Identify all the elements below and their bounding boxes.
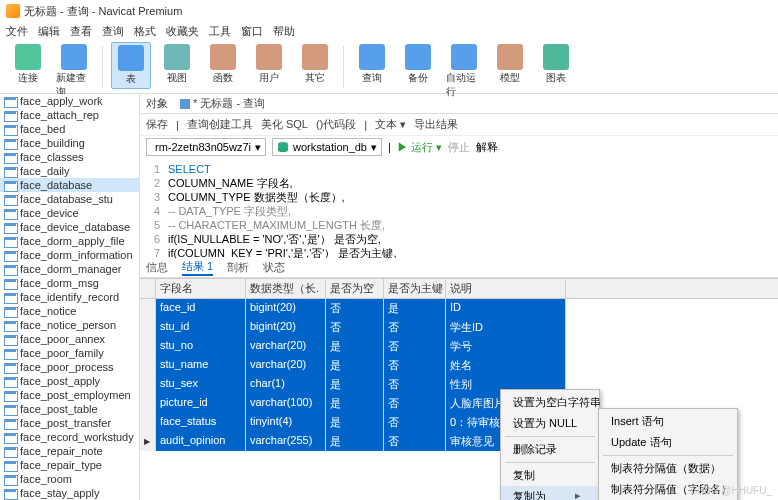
toolbar-用户[interactable]: 用户 (249, 42, 289, 87)
menu-item[interactable]: 制表符分隔值（数据） (599, 458, 737, 479)
menu-item[interactable]: 复制为 (501, 486, 599, 500)
table-row[interactable]: face_idbigint(20)否是ID (140, 299, 778, 318)
menu-查询[interactable]: 查询 (102, 24, 124, 39)
result-tab[interactable]: 剖析 (227, 260, 249, 275)
sidebar-item[interactable]: face_post_transfer (0, 416, 139, 430)
result-tab[interactable]: 信息 (146, 260, 168, 275)
table-icon (4, 222, 17, 233)
table-icon (4, 236, 17, 247)
toolbar-icon (302, 44, 328, 70)
sidebar-item[interactable]: face_apply_work (0, 94, 139, 108)
connection-bar: rm-2zetn83n05wz7i▾ workstation_db▾ | ▶ 运… (140, 136, 778, 158)
table-row[interactable]: stu_novarchar(20)是否学号 (140, 337, 778, 356)
query-builder-button[interactable]: 查询创建工具 (187, 117, 253, 132)
toolbar-表[interactable]: 表 (111, 42, 151, 89)
sidebar-item[interactable]: face_database (0, 178, 139, 192)
sidebar-item[interactable]: face_dorm_manager (0, 262, 139, 276)
table-row[interactable]: stu_sexchar(1)是否性别 (140, 375, 778, 394)
table-icon (4, 194, 17, 205)
table-icon (4, 432, 17, 443)
sidebar-item[interactable]: face_bed (0, 122, 139, 136)
code-snippet-button[interactable]: ()代码段 (316, 117, 356, 132)
menu-item[interactable]: Insert 语句 (599, 411, 737, 432)
sidebar-item[interactable]: face_record_workstudy (0, 430, 139, 444)
toolbar-icon (543, 44, 569, 70)
toolbar-自动运行[interactable]: 自动运行 (444, 42, 484, 101)
toolbar-icon (210, 44, 236, 70)
sidebar-item[interactable]: face_post_table (0, 402, 139, 416)
table-row[interactable]: stu_idbigint(20)否否学生ID (140, 318, 778, 337)
save-button[interactable]: 保存 (146, 117, 168, 132)
text-button[interactable]: 文本 ▾ (375, 117, 406, 132)
sidebar-item[interactable]: face_repair_type (0, 458, 139, 472)
toolbar-函数[interactable]: 函数 (203, 42, 243, 87)
result-tabs[interactable]: 信息结果 1剖析状态 (140, 258, 778, 278)
table-icon (4, 96, 17, 107)
menu-窗口[interactable]: 窗口 (241, 24, 263, 39)
sidebar-item[interactable]: face_attach_rep (0, 108, 139, 122)
database-select[interactable]: workstation_db▾ (272, 138, 382, 156)
menu-文件[interactable]: 文件 (6, 24, 28, 39)
sidebar-item[interactable]: face_room (0, 472, 139, 486)
menu-item[interactable]: 删除记录 (501, 439, 599, 460)
sidebar-item[interactable]: face_building (0, 136, 139, 150)
menu-item[interactable]: 复制 (501, 465, 599, 486)
sidebar-item[interactable]: face_dorm_apply_file (0, 234, 139, 248)
sidebar-item[interactable]: face_poor_family (0, 346, 139, 360)
context-menu[interactable]: 设置为空白字符串设置为 NULL删除记录复制复制为粘贴显示 (500, 389, 600, 500)
connection-select[interactable]: rm-2zetn83n05wz7i▾ (146, 138, 266, 156)
toolbar-新建查询[interactable]: 新建查询 (54, 42, 94, 101)
sidebar-item[interactable]: face_notice (0, 304, 139, 318)
sidebar-item[interactable]: face_dorm_msg (0, 276, 139, 290)
sidebar-item[interactable]: face_post_employmen (0, 388, 139, 402)
sidebar-item[interactable]: face_stay_apply (0, 486, 139, 500)
sidebar-item[interactable]: face_identify_record (0, 290, 139, 304)
menu-格式[interactable]: 格式 (134, 24, 156, 39)
sidebar-item[interactable]: face_database_stu (0, 192, 139, 206)
toolbar-icon (118, 45, 144, 71)
grid-header: 字段名数据类型（长.是否为空是否为主键说明 (140, 278, 778, 299)
menu-查看[interactable]: 查看 (70, 24, 92, 39)
toolbar-查询[interactable]: 查询 (352, 42, 392, 87)
sidebar-item[interactable]: face_notice_person (0, 318, 139, 332)
menu-item[interactable]: 设置为空白字符串 (501, 392, 599, 413)
sidebar-item[interactable]: face_daily (0, 164, 139, 178)
sidebar-item[interactable]: face_post_apply (0, 374, 139, 388)
run-button[interactable]: ▶ 运行 ▾ (397, 140, 442, 155)
sidebar-item[interactable]: face_device (0, 206, 139, 220)
sidebar-item[interactable]: face_device_database (0, 220, 139, 234)
svg-point-2 (278, 148, 288, 152)
sidebar-item[interactable]: face_classes (0, 150, 139, 164)
table-icon (4, 348, 17, 359)
menu-item[interactable]: 设置为 NULL (501, 413, 599, 434)
sidebar-item[interactable]: face_repair_note (0, 444, 139, 458)
toolbar-视图[interactable]: 视图 (157, 42, 197, 87)
menu-item[interactable]: Update 语句 (599, 432, 737, 453)
beautify-sql-button[interactable]: 美化 SQL (261, 117, 308, 132)
menu-收藏夹[interactable]: 收藏夹 (166, 24, 199, 39)
toolbar-连接[interactable]: 连接 (8, 42, 48, 87)
export-button[interactable]: 导出结果 (414, 117, 458, 132)
table-row[interactable]: stu_namevarchar(20)是否姓名 (140, 356, 778, 375)
toolbar-图表[interactable]: 图表 (536, 42, 576, 87)
toolbar-备份[interactable]: 备份 (398, 42, 438, 87)
menu-帮助[interactable]: 帮助 (273, 24, 295, 39)
sidebar-item[interactable]: face_dorm_information (0, 248, 139, 262)
sidebar-item[interactable]: face_poor_annex (0, 332, 139, 346)
explain-button[interactable]: 解释 (476, 140, 498, 155)
toolbar-其它[interactable]: 其它 (295, 42, 335, 87)
result-tab[interactable]: 状态 (263, 260, 285, 275)
toolbar-icon (405, 44, 431, 70)
editor-tabbar[interactable]: 对象 * 无标题 - 查询 (140, 94, 778, 114)
menu-工具[interactable]: 工具 (209, 24, 231, 39)
query-toolbar[interactable]: 保存| 查询创建工具 美化 SQL ()代码段| 文本 ▾ 导出结果 (140, 114, 778, 136)
sql-editor[interactable]: 1SELECT2 COLUMN_NAME 字段名,3 COLUMN_TYPE 数… (140, 158, 778, 258)
sidebar-table-list[interactable]: face_apply_workface_attach_repface_bedfa… (0, 94, 140, 500)
menu-编辑[interactable]: 编辑 (38, 24, 60, 39)
result-tab[interactable]: 结果 1 (182, 259, 213, 276)
menubar[interactable]: 文件编辑查看查询格式收藏夹工具窗口帮助 (0, 22, 778, 40)
sidebar-item[interactable]: face_poor_process (0, 360, 139, 374)
window-title: 无标题 - 查询 - Navicat Premium (24, 4, 182, 19)
toolbar-模型[interactable]: 模型 (490, 42, 530, 87)
table-icon (4, 208, 17, 219)
